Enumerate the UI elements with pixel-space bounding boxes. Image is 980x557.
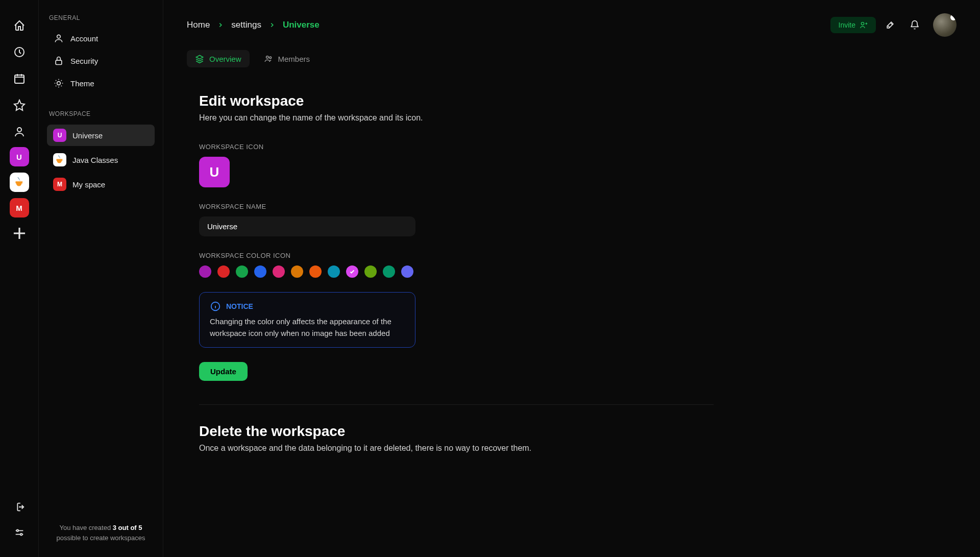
- sun-icon: [53, 78, 64, 89]
- tab-members[interactable]: Members: [256, 50, 318, 67]
- sidebar-item-theme[interactable]: Theme: [47, 74, 155, 93]
- nav-starred-icon[interactable]: [8, 94, 31, 116]
- sidebar-item-label: Security: [70, 57, 98, 65]
- sidebar-footer: You have created 3 out of 5 possible to …: [47, 523, 155, 543]
- nav-recent-icon[interactable]: [8, 41, 31, 63]
- sidebar: GENERAL Account Security Theme WORKSPACE…: [39, 0, 163, 557]
- sidebar-item-security[interactable]: Security: [47, 51, 155, 70]
- edit-sub: Here you can change the name of the work…: [199, 113, 714, 123]
- sidebar-item-label: Account: [70, 34, 98, 43]
- topbar: Home settings Universe Invite: [163, 0, 980, 43]
- workspace-icon-preview[interactable]: U: [199, 157, 230, 187]
- workspace-icon-label: WORKSPACE ICON: [199, 143, 714, 151]
- invite-label: Invite: [839, 21, 855, 29]
- sidebar-item-java[interactable]: Java Classes: [47, 149, 155, 171]
- sidebar-item-label: Universe: [72, 131, 103, 140]
- color-swatch[interactable]: [291, 265, 303, 278]
- workspace-mini-icon: [53, 153, 66, 166]
- rail-workspace-letter: U: [16, 153, 22, 161]
- svg-point-4: [20, 534, 22, 536]
- main-content: Home settings Universe Invite Overview M…: [163, 0, 980, 557]
- lock-icon: [53, 55, 64, 66]
- notice-body: Changing the color only affects the appe…: [210, 316, 405, 339]
- workspace-mini-icon: M: [53, 178, 66, 191]
- tab-label: Overview: [209, 55, 241, 63]
- delete-sub: Once a workspace and the data belonging …: [199, 444, 714, 453]
- breadcrumb: Home settings Universe: [187, 20, 320, 30]
- sidebar-general-title: GENERAL: [47, 14, 155, 21]
- workspace-mini-icon: U: [53, 129, 66, 142]
- workspace-name-label: WORKSPACE NAME: [199, 203, 714, 210]
- svg-point-2: [17, 128, 21, 132]
- settings-sliders-icon[interactable]: [8, 521, 31, 544]
- color-swatch[interactable]: [383, 265, 395, 278]
- tools-icon[interactable]: [880, 15, 900, 35]
- color-swatch[interactable]: [346, 265, 358, 278]
- notice-box: NOTICE Changing the color only affects t…: [199, 292, 415, 348]
- svg-point-8: [861, 22, 864, 25]
- color-swatch[interactable]: [328, 265, 340, 278]
- icon-rail: U M: [0, 0, 39, 557]
- avatar[interactable]: [933, 13, 957, 37]
- tabs: Overview Members: [163, 43, 980, 75]
- rail-workspace-myspace[interactable]: M: [10, 198, 29, 217]
- layers-icon: [195, 54, 204, 63]
- color-swatch[interactable]: [236, 265, 248, 278]
- logout-icon[interactable]: [8, 496, 31, 518]
- user-icon: [53, 33, 64, 44]
- color-swatch[interactable]: [273, 265, 285, 278]
- nav-home-icon[interactable]: [8, 14, 31, 37]
- sidebar-workspace-title: WORKSPACE: [47, 110, 155, 117]
- rail-workspace-letter: M: [16, 204, 22, 212]
- tab-overview[interactable]: Overview: [187, 50, 250, 67]
- breadcrumb-home[interactable]: Home: [187, 20, 210, 30]
- color-swatch[interactable]: [401, 265, 413, 278]
- workspace-color-label: WORKSPACE COLOR ICON: [199, 252, 714, 259]
- info-icon: [210, 301, 221, 312]
- breadcrumb-current: Universe: [283, 20, 320, 30]
- sidebar-item-label: Theme: [70, 79, 94, 88]
- workspace-name-input[interactable]: [199, 216, 415, 236]
- user-plus-icon: [860, 21, 868, 29]
- svg-point-10: [269, 57, 271, 59]
- svg-rect-6: [56, 60, 62, 64]
- sidebar-item-label: Java Classes: [72, 156, 118, 164]
- color-swatch[interactable]: [217, 265, 230, 278]
- notice-title: NOTICE: [226, 302, 253, 310]
- color-swatch[interactable]: [199, 265, 211, 278]
- nav-user-icon[interactable]: [8, 120, 31, 143]
- svg-rect-1: [15, 75, 24, 83]
- svg-point-7: [57, 82, 61, 85]
- svg-point-9: [266, 56, 268, 59]
- edit-heading: Edit workspace: [199, 93, 714, 109]
- bell-icon[interactable]: [904, 15, 925, 35]
- users-icon: [264, 54, 273, 63]
- chevron-right-icon: [268, 21, 276, 29]
- sidebar-item-universe[interactable]: U Universe: [47, 125, 155, 146]
- sidebar-item-account[interactable]: Account: [47, 29, 155, 48]
- svg-point-3: [16, 530, 18, 532]
- color-swatches: [199, 265, 714, 278]
- svg-point-5: [57, 35, 61, 38]
- rail-workspace-java[interactable]: [10, 173, 29, 192]
- sidebar-item-myspace[interactable]: M My space: [47, 174, 155, 195]
- content: Edit workspace Here you can change the n…: [176, 75, 737, 494]
- color-swatch[interactable]: [309, 265, 322, 278]
- sidebar-item-label: My space: [72, 180, 105, 189]
- breadcrumb-settings[interactable]: settings: [231, 20, 261, 30]
- color-swatch[interactable]: [254, 265, 266, 278]
- rail-workspace-universe[interactable]: U: [10, 147, 29, 166]
- nav-calendar-icon[interactable]: [8, 67, 31, 90]
- chevron-right-icon: [217, 21, 224, 29]
- update-button[interactable]: Update: [199, 362, 248, 381]
- invite-button[interactable]: Invite: [830, 17, 876, 33]
- color-swatch[interactable]: [364, 265, 377, 278]
- tab-label: Members: [278, 55, 310, 63]
- delete-heading: Delete the workspace: [199, 423, 714, 440]
- divider: [199, 404, 714, 405]
- check-icon: [349, 269, 355, 275]
- add-workspace-button[interactable]: [10, 224, 29, 243]
